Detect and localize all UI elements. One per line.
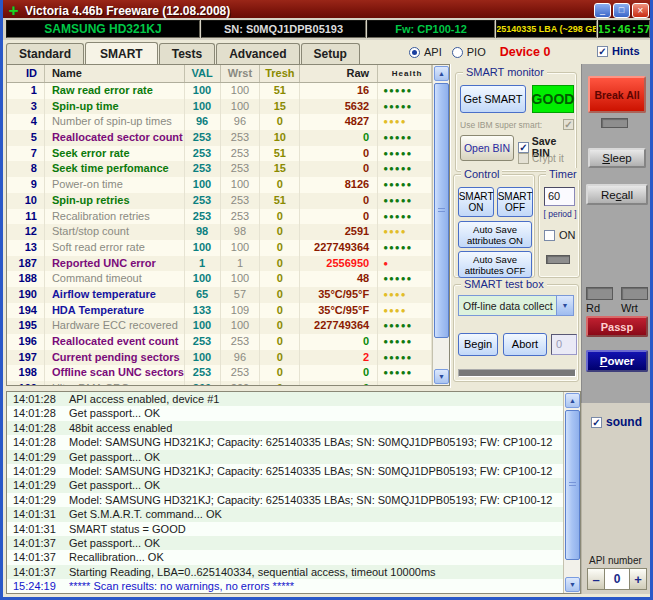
tab-bar: StandardSMARTTestsAdvancedSetup API PIO … — [3, 40, 650, 64]
smart-row-194[interactable]: 194HDA Temperature133109035°C/95°F●●●● — [7, 303, 432, 319]
smart-row-195[interactable]: 195Hardware ECC recovered100100022774936… — [7, 318, 432, 334]
crypt-it-checkbox — [518, 153, 529, 164]
attr-name: Raw read error rate — [45, 83, 185, 99]
api-radio[interactable] — [409, 47, 420, 58]
smart-test-box-title: SMART test box — [461, 278, 547, 290]
table-scrollbar[interactable]: ▲ ▼ — [432, 65, 449, 385]
table-body: 1Raw read error rate1001005116●●●●●3Spin… — [7, 83, 432, 385]
attr-id: 1 — [7, 83, 45, 99]
timer-period-label: [ period ] — [540, 209, 580, 219]
sound-checkbox[interactable]: ✓ — [591, 417, 602, 428]
break-all-button[interactable]: Break All — [588, 76, 646, 113]
log-time: 14:01:29 — [7, 493, 63, 507]
smart-off-button[interactable]: SMART OFF — [497, 187, 533, 217]
drive-info-bar: SAMSUNG HD321KJ SN: S0MQJ1DPB05193 Fw: C… — [3, 18, 650, 40]
smart-row-11[interactable]: 11Recalibration retries25325300●●●●● — [7, 209, 432, 225]
sleep-button[interactable]: Sleep — [588, 148, 646, 168]
attr-val: 133 — [185, 303, 221, 319]
smart-on-button[interactable]: SMART ON — [458, 187, 494, 217]
timer-group: Timer 60 [ period ] ON — [538, 174, 580, 278]
power-button[interactable]: Power — [586, 350, 648, 372]
health-dots: ●●●●● — [378, 193, 432, 209]
smart-row-197[interactable]: 197Current pending sectors1009602●●●●● — [7, 350, 432, 366]
minimize-icon[interactable]: _ — [594, 3, 611, 18]
smart-row-1[interactable]: 1Raw read error rate1001005116●●●●● — [7, 83, 432, 99]
log-lines: 14:01:28API access enabled, device #114:… — [7, 392, 563, 593]
control-title: Control — [461, 168, 502, 180]
table-scrollbar-thumb[interactable] — [434, 83, 449, 338]
attr-name: Start/stop count — [45, 224, 185, 240]
attr-raw: 48 — [300, 271, 378, 287]
attr-name: HDA Temperature — [45, 303, 185, 319]
increment-button[interactable]: + — [629, 568, 647, 590]
smart-row-7[interactable]: 7Seek error rate253253510●●●●● — [7, 146, 432, 162]
log-panel: 14:01:28API access enabled, device #114:… — [6, 391, 581, 594]
attr-name: Spin-up retries — [45, 193, 185, 209]
tab-standard[interactable]: Standard — [6, 43, 84, 64]
close-icon[interactable]: × — [632, 3, 649, 18]
health-dots: ●●●●● — [378, 240, 432, 256]
attr-raw: 227749364 — [300, 318, 378, 334]
scroll-down-icon[interactable]: ▼ — [565, 577, 580, 592]
tab-advanced[interactable]: Advanced — [216, 43, 299, 64]
open-bin-button[interactable]: Open BIN — [460, 135, 514, 161]
get-smart-button[interactable]: Get SMART — [460, 85, 526, 113]
smart-row-188[interactable]: 188Command timeout100100048●●●●● — [7, 271, 432, 287]
drive-capacity: 625140335 LBA (~298 GB) — [496, 20, 597, 38]
attr-raw: 0 — [300, 146, 378, 162]
tab-tests[interactable]: Tests — [159, 43, 215, 64]
health-dots: ●●●●● — [378, 146, 432, 162]
attr-val: 98 — [185, 224, 221, 240]
log-scrollbar-thumb[interactable] — [565, 410, 580, 560]
scroll-up-icon[interactable]: ▲ — [565, 393, 580, 408]
attr-name: Soft read error rate — [45, 240, 185, 256]
log-scrollbar[interactable]: ▲ ▼ — [563, 392, 580, 593]
smart-row-8[interactable]: 8Seek time perfomance253253150●●●●● — [7, 161, 432, 177]
decrement-button[interactable]: – — [587, 568, 605, 590]
attr-raw: 0 — [300, 381, 378, 385]
api-number-label: API number — [589, 555, 642, 566]
smart-row-5[interactable]: 5Reallocated sector count253253100●●●●● — [7, 130, 432, 146]
scroll-up-icon[interactable]: ▲ — [434, 66, 449, 81]
begin-button[interactable]: Begin — [458, 333, 498, 356]
chevron-down-icon[interactable]: ▼ — [556, 296, 573, 315]
check-icon: ✓ — [564, 119, 572, 130]
attr-raw: 0 — [300, 193, 378, 209]
smart-row-4[interactable]: 4Number of spin-up times969604827●●●● — [7, 114, 432, 130]
smart-row-187[interactable]: 187Reported UNC error1102556950● — [7, 256, 432, 272]
timer-on-checkbox[interactable] — [544, 230, 555, 241]
smart-row-13[interactable]: 13Soft read error rate1001000227749364●●… — [7, 240, 432, 256]
auto-save-off-button[interactable]: Auto Save attributes OFF — [458, 251, 532, 278]
attr-val: 65 — [185, 287, 221, 303]
log-message: SMART status = GOOD — [63, 522, 186, 536]
scroll-down-icon[interactable]: ▼ — [434, 369, 449, 384]
attr-name: Command timeout — [45, 271, 185, 287]
health-dots: ●●●●● — [378, 318, 432, 334]
maximize-icon[interactable]: □ — [613, 3, 630, 18]
smart-row-12[interactable]: 12Start/stop count989802591●●●● — [7, 224, 432, 240]
attr-tresh: 0 — [260, 209, 300, 225]
smart-row-190[interactable]: 190Airflow temperature6557035°C/95°F●●●● — [7, 287, 432, 303]
log-time: 14:01:28 — [7, 406, 63, 420]
smart-row-3[interactable]: 3Spin-up time100100155632●●●●● — [7, 99, 432, 115]
passport-button[interactable]: Passp — [586, 316, 648, 337]
attr-tresh: 0 — [260, 240, 300, 256]
abort-button[interactable]: Abort — [503, 333, 547, 356]
timer-period-input[interactable]: 60 — [544, 187, 575, 206]
tab-setup[interactable]: Setup — [301, 43, 360, 64]
smart-row-198[interactable]: 198Offline scan UNC sectors25325300●●●●● — [7, 365, 432, 381]
smart-row-10[interactable]: 10Spin-up retries253253510●●●●● — [7, 193, 432, 209]
smart-row-196[interactable]: 196Reallocated event count25325300●●●●● — [7, 334, 432, 350]
hints-checkbox[interactable]: ✓ — [597, 46, 608, 57]
smart-row-199[interactable]: 199Ultra DMA CRC errors20020000●●●●● — [7, 381, 432, 385]
log-message: 48bit access enabled — [63, 421, 172, 435]
check-icon: ✓ — [598, 46, 606, 57]
save-bin-checkbox[interactable]: ✓ — [518, 142, 529, 153]
test-select-dropdown[interactable]: Off-line data collect ▼ — [458, 295, 574, 316]
tab-smart[interactable]: SMART — [85, 42, 158, 65]
pio-radio[interactable] — [452, 47, 463, 58]
smart-row-9[interactable]: 9Power-on time10010008126●●●●● — [7, 177, 432, 193]
attr-raw: 0 — [300, 209, 378, 225]
recall-button[interactable]: Recall — [586, 184, 648, 205]
auto-save-on-button[interactable]: Auto Save attributes ON — [458, 221, 532, 248]
